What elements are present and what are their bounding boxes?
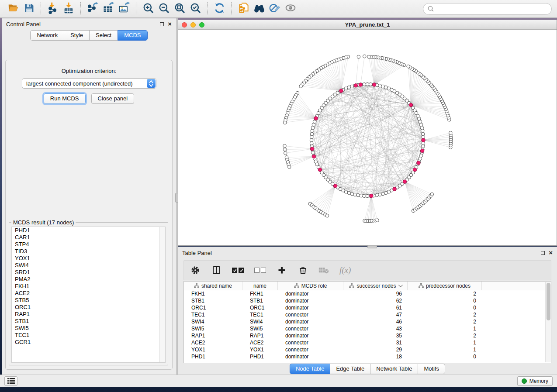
zoom-out-button[interactable] <box>156 2 172 16</box>
table-cell[interactable]: STB1 <box>242 297 278 304</box>
task-history-button[interactable] <box>4 376 17 386</box>
table-settings-button[interactable] <box>190 264 201 277</box>
table-cell[interactable]: ORC1 <box>184 304 242 311</box>
table-cell[interactable]: FKH1 <box>184 290 242 297</box>
table-cell[interactable]: 0 <box>408 297 482 304</box>
export-image-button[interactable] <box>116 2 132 16</box>
search-network-button[interactable] <box>251 2 267 16</box>
table-cell[interactable]: RAP1 <box>184 332 242 339</box>
import-table-button[interactable] <box>61 2 76 16</box>
float-table-panel-icon[interactable] <box>541 251 545 255</box>
import-network-button[interactable] <box>45 2 61 16</box>
table-cell[interactable]: 43 <box>343 325 408 332</box>
table-cell[interactable]: connector <box>278 325 343 332</box>
tab-network-table[interactable]: Network Table <box>370 364 418 374</box>
tab-edge-table[interactable]: Edge Table <box>330 364 370 374</box>
export-network-button[interactable] <box>85 2 100 16</box>
table-cell[interactable]: 2 <box>408 290 482 297</box>
toggle-painting-button[interactable] <box>267 2 283 16</box>
table-row[interactable]: ORC1ORC1dominator610 <box>184 304 551 311</box>
table-cell[interactable]: 1 <box>408 346 482 353</box>
show-column-button[interactable] <box>211 264 221 277</box>
result-node-item[interactable]: STP4 <box>12 241 165 248</box>
column-header-name[interactable]: name <box>242 282 278 290</box>
table-row[interactable]: ACE2ACE2connector311 <box>184 339 551 346</box>
column-header-shared-name[interactable]: shared name <box>184 282 242 290</box>
column-header-predecessor-nodes[interactable]: predecessor nodes <box>408 282 482 290</box>
table-cell[interactable]: dominator <box>278 353 343 360</box>
memory-button[interactable]: Memory <box>517 376 553 386</box>
table-cell[interactable]: connector <box>278 346 343 353</box>
column-header-MCDS-role[interactable]: MCDS role <box>278 282 343 290</box>
table-row[interactable]: RAP1RAP1dominator352 <box>184 332 551 339</box>
result-node-item[interactable]: CAR1 <box>12 234 165 241</box>
table-cell[interactable]: YOX1 <box>184 346 242 353</box>
table-cell[interactable]: dominator <box>278 304 343 311</box>
search-input[interactable] <box>437 6 547 12</box>
toolbar-search[interactable] <box>423 3 552 15</box>
result-node-item[interactable]: FKH1 <box>12 283 165 290</box>
export-table-button[interactable] <box>100 2 116 16</box>
tab-motifs[interactable]: Motifs <box>418 364 445 374</box>
result-node-item[interactable]: ORC1 <box>12 304 165 311</box>
table-cell[interactable]: connector <box>278 311 343 318</box>
scrollbar-thumb[interactable] <box>547 283 550 320</box>
tab-mcds[interactable]: MCDS <box>118 30 147 41</box>
table-cell[interactable]: PHD1 <box>242 353 278 360</box>
table-cell[interactable]: 18 <box>343 353 408 360</box>
network-graph[interactable] <box>178 30 557 245</box>
table-cell[interactable]: 1 <box>408 325 482 332</box>
table-cell[interactable]: 2 <box>408 332 482 339</box>
table-cell[interactable]: dominator <box>278 318 343 325</box>
table-cell[interactable]: SWI5 <box>242 325 278 332</box>
table-cell[interactable]: SWI4 <box>184 318 242 325</box>
table-cell[interactable]: TEC1 <box>242 311 278 318</box>
criterion-select[interactable]: largest connected component (undirected) <box>22 78 156 89</box>
table-cell[interactable]: connector <box>278 339 343 346</box>
result-node-item[interactable]: PHD1 <box>12 227 165 234</box>
table-cell[interactable]: PHD1 <box>184 353 242 360</box>
result-node-item[interactable]: STB1 <box>12 318 165 325</box>
tab-node-table[interactable]: Node Table <box>290 364 331 374</box>
table-cell[interactable]: YOX1 <box>242 346 278 353</box>
table-cell[interactable]: 61 <box>343 304 408 311</box>
result-node-item[interactable]: PMA2 <box>12 276 165 283</box>
delete-column-button[interactable] <box>298 264 308 277</box>
result-node-item[interactable]: ACE2 <box>12 290 165 297</box>
tab-style[interactable]: Style <box>64 30 90 41</box>
table-cell[interactable]: 2 <box>408 311 482 318</box>
table-row[interactable]: SWI4SWI4dominator462 <box>184 318 551 325</box>
result-node-item[interactable]: TEC1 <box>12 332 165 339</box>
table-cell[interactable]: TEC1 <box>184 311 242 318</box>
zoom-in-button[interactable] <box>140 2 156 16</box>
zoom-fit-button[interactable] <box>172 2 187 16</box>
result-node-item[interactable]: STB5 <box>12 297 165 304</box>
table-scrollbar[interactable] <box>545 282 551 362</box>
table-cell[interactable]: dominator <box>278 332 343 339</box>
zoom-selected-button[interactable] <box>187 2 203 16</box>
table-cell[interactable]: dominator <box>278 290 343 297</box>
tab-network[interactable]: Network <box>30 30 64 41</box>
table-cell[interactable]: ACE2 <box>242 339 278 346</box>
close-panel-button[interactable]: Close panel <box>91 93 135 104</box>
network-titlebar[interactable]: YPA_prune.txt_1 <box>178 20 557 30</box>
network-canvas[interactable] <box>178 30 557 245</box>
graphics-details-button[interactable] <box>283 2 298 16</box>
clone-network-button[interactable] <box>235 2 251 16</box>
table-cell[interactable]: ORC1 <box>242 304 278 311</box>
horizontal-splitter-handle[interactable] <box>367 245 377 248</box>
result-node-item[interactable]: RAP1 <box>12 311 165 318</box>
table-cell[interactable]: 0 <box>408 304 482 311</box>
result-node-item[interactable]: YOX1 <box>12 255 165 262</box>
run-mcds-button[interactable]: Run MCDS <box>44 93 86 104</box>
result-node-item[interactable]: SWI4 <box>12 262 165 269</box>
close-panel-icon[interactable]: × <box>168 22 172 26</box>
table-row[interactable]: FKH1FKH1dominator962 <box>184 290 551 297</box>
tab-select[interactable]: Select <box>89 30 118 41</box>
table-cell[interactable]: 2 <box>408 318 482 325</box>
table-cell[interactable]: ACE2 <box>184 339 242 346</box>
table-cell[interactable]: SWI5 <box>184 325 242 332</box>
table-cell[interactable]: 0 <box>408 353 482 360</box>
table-cell[interactable]: FKH1 <box>242 290 278 297</box>
table-row[interactable]: TEC1TEC1connector472 <box>184 311 551 318</box>
